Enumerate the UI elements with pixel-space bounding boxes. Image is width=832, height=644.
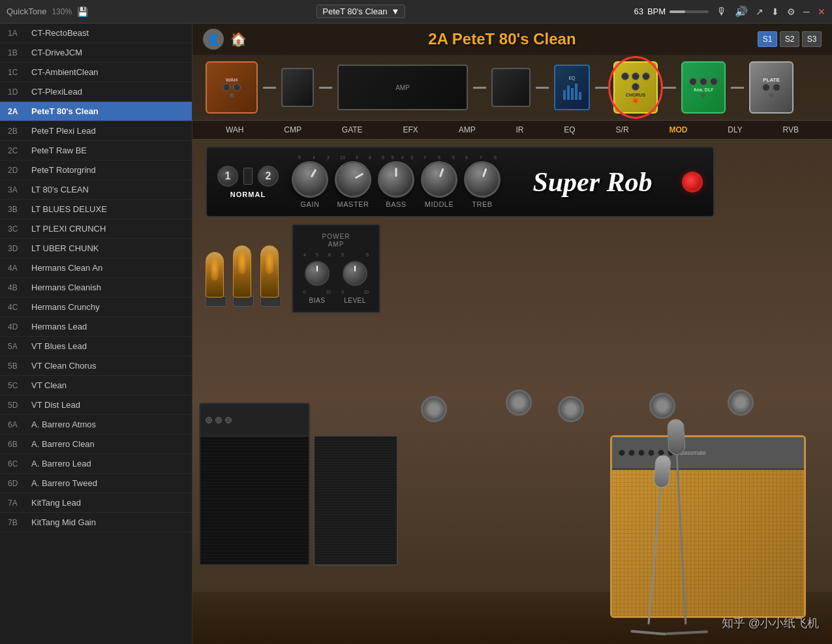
preset-item-4d[interactable]: 4DHermans Lead <box>0 317 192 337</box>
bpm-value: 63 <box>634 7 643 16</box>
block-pedal[interactable] <box>281 68 314 107</box>
preset-item-1d[interactable]: 1DCT-PlexiLead <box>0 82 192 102</box>
chain-ir[interactable]: IR <box>512 123 528 136</box>
channel-2-button[interactable]: 2 <box>258 166 279 187</box>
home-icon[interactable]: 🏠 <box>230 31 247 47</box>
bpm-slider[interactable] <box>670 10 709 13</box>
preset-item-5c[interactable]: 5CVT Clean <box>0 376 192 395</box>
preset-sidebar: 1ACT-RectoBeast1BCT-DriveJCM1CCT-Ambient… <box>0 23 193 644</box>
preset-name-3c: LT PLEXI CRUNCH <box>31 224 106 234</box>
middle-knob[interactable] <box>416 156 463 203</box>
tubes-container <box>206 245 281 307</box>
eq-pedal[interactable]: EQ <box>554 65 590 110</box>
bpm-display: 63 BPM <box>634 7 709 16</box>
level-label: LEVEL <box>344 297 366 304</box>
slot-s2-button[interactable]: S2 <box>780 31 799 47</box>
preset-item-4c[interactable]: 4CHermans Crunchy <box>0 298 192 317</box>
level-knob[interactable] <box>343 261 367 286</box>
preset-item-3b[interactable]: 3BLT BLUES DELUXE <box>0 200 192 219</box>
chain-dly[interactable]: DLY <box>724 123 746 136</box>
channel-selector: 1 2 NORMAL <box>217 166 279 198</box>
preset-item-6b[interactable]: 6BA. Barrero Clean <box>0 435 192 454</box>
preset-item-1c[interactable]: 1CCT-AmbientClean <box>0 63 192 82</box>
download-icon[interactable]: ⬇ <box>771 7 779 17</box>
channel-switch[interactable] <box>243 168 253 185</box>
chain-gate[interactable]: GATE <box>338 123 367 136</box>
bpm-unit: BPM <box>647 7 666 16</box>
amp-block[interactable]: AMP <box>337 65 468 110</box>
export-icon[interactable]: ↗ <box>756 7 763 17</box>
master-knob-group: MASTER <box>335 161 371 208</box>
preset-item-3c[interactable]: 3CLT PLEXI CRUNCH <box>0 219 192 239</box>
chain-rvb[interactable]: RVB <box>779 123 803 136</box>
preset-item-2c[interactable]: 2CPeteT Raw BE <box>0 141 192 161</box>
power-label-line1: POWER <box>322 233 350 241</box>
preset-item-6a[interactable]: 6AA. Barrero Atmos <box>0 415 192 435</box>
preset-item-6d[interactable]: 6DA. Barrero Tweed <box>0 474 192 493</box>
gain-knob[interactable] <box>285 155 335 204</box>
save-icon[interactable]: 💾 <box>77 7 88 17</box>
pedal-connector-7 <box>731 87 744 89</box>
preset-item-3d[interactable]: 3DLT UBER CHUNK <box>0 239 192 258</box>
treb-label: TREB <box>472 200 492 208</box>
preset-name-2b: PeteT Plexi Lead <box>31 126 96 136</box>
slot-s3-button[interactable]: S3 <box>802 31 822 47</box>
ir-block[interactable] <box>491 68 531 107</box>
chorus-pedal[interactable]: CHORUS <box>613 61 658 114</box>
preset-item-5d[interactable]: 5DVT Dist Lead <box>0 395 192 415</box>
amp-knobs: GAIN MASTER BASS MIDDLE <box>292 161 503 208</box>
bias-knob-group: 456 010 BIAS <box>303 253 331 304</box>
analog-pedal[interactable]: Ana. DLY <box>681 61 726 114</box>
preset-name-2d: PeteT Rotorgrind <box>31 165 96 175</box>
bias-knob[interactable] <box>305 261 330 286</box>
slot-s1-button[interactable]: S1 <box>758 31 777 47</box>
pedal-connector-2 <box>319 87 332 89</box>
settings-icon[interactable]: ⚙ <box>787 7 795 17</box>
preset-item-7b[interactable]: 7BKitTang Mid Gain <box>0 513 192 532</box>
preset-id-3c: 3C <box>8 224 25 234</box>
tubes-area <box>206 245 281 313</box>
preset-item-7a[interactable]: 7AKitTang Lead <box>0 493 192 513</box>
preset-item-3a[interactable]: 3ALT 80's CLEAN <box>0 180 192 200</box>
tube-3-base <box>260 296 281 307</box>
main-layout: 1ACT-RectoBeast1BCT-DriveJCM1CCT-Ambient… <box>0 23 832 644</box>
master-knob[interactable] <box>328 155 378 204</box>
preset-item-6c[interactable]: 6CA. Barrero Lead <box>0 454 192 474</box>
scale-numbers: 543 1098 6543 765 876 <box>292 155 503 160</box>
chain-amp[interactable]: AMP <box>455 123 480 136</box>
plate-pedal[interactable]: PLATE <box>749 61 793 114</box>
watermark: 知乎 @小小纸飞机 <box>722 615 819 631</box>
preset-item-5a[interactable]: 5AVT Blues Lead <box>0 337 192 356</box>
chain-sr[interactable]: S/R <box>612 123 633 136</box>
preset-item-5b[interactable]: 5BVT Clean Chorus <box>0 356 192 376</box>
chain-wah[interactable]: WAH <box>222 123 248 136</box>
channel-1-button[interactable]: 1 <box>217 166 238 187</box>
preset-id-1a: 1A <box>8 29 25 38</box>
chain-efx[interactable]: EFX <box>399 123 422 136</box>
preset-dropdown[interactable]: PeteT 80's Clean ▼ <box>316 5 405 18</box>
mic-icon[interactable]: 🎙 <box>716 6 727 18</box>
preset-item-2a[interactable]: 2APeteT 80's Clean <box>0 102 192 121</box>
wah-pedal[interactable]: WAH <box>206 61 258 114</box>
tube-3-group <box>260 245 281 307</box>
preset-item-2b[interactable]: 2BPeteT Plexi Lead <box>0 121 192 141</box>
minimize-button[interactable]: ─ <box>803 7 810 17</box>
preset-item-4b[interactable]: 4BHermans Cleanish <box>0 278 192 298</box>
preset-item-1a[interactable]: 1ACT-RectoBeast <box>0 23 192 43</box>
preset-id-1c: 1C <box>8 68 25 77</box>
treb-knob[interactable] <box>459 156 506 203</box>
power-button[interactable] <box>682 172 703 192</box>
preset-item-1b[interactable]: 1BCT-DriveJCM <box>0 43 192 63</box>
user-avatar[interactable]: 👤 <box>203 29 224 50</box>
chain-mod[interactable]: MOD <box>665 123 691 136</box>
power-amp-knobs: 456 010 BIAS 56 010 <box>303 253 369 304</box>
bass-knob[interactable] <box>378 161 414 198</box>
preset-item-2d[interactable]: 2DPeteT Rotorgrind <box>0 161 192 180</box>
chain-eq[interactable]: EQ <box>560 123 579 136</box>
gain-knob-group: GAIN <box>292 161 328 208</box>
chain-cmp[interactable]: CMP <box>280 123 305 136</box>
preset-item-4a[interactable]: 4AHermans Clean An <box>0 258 192 278</box>
speaker-icon[interactable]: 🔊 <box>735 5 748 18</box>
preset-id-3a: 3A <box>8 185 25 194</box>
close-button[interactable]: ✕ <box>818 7 825 17</box>
